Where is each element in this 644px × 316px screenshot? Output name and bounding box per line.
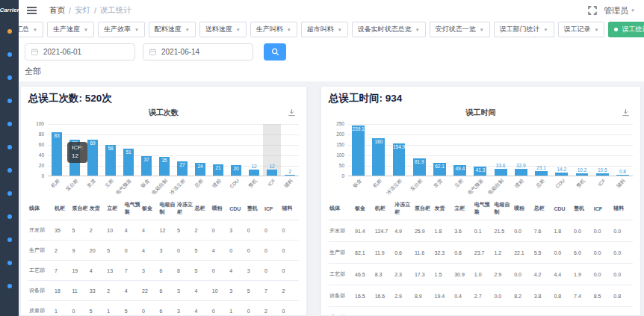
table-cell: 13 [106, 261, 123, 281]
sidebar-menu-item[interactable] [0, 228, 19, 251]
tab-误工记录[interactable]: 误工记录▼ [558, 22, 605, 37]
bar-辅料[interactable]: 0.8 [616, 175, 629, 176]
bar-钣金[interactable]: 239.1 [352, 126, 365, 176]
chevron-down-icon: ▼ [415, 28, 420, 32]
search-button[interactable] [264, 43, 286, 61]
table-head: 线体机柜泵台柜发货立柜电气预装钣金电箱自制冷冻立柜总柜喷粉CDU整机ICF辅料 [28, 197, 299, 220]
tab-误工部门统计[interactable]: 误工部门统计▼ [494, 22, 554, 37]
fullscreen-icon[interactable] [588, 6, 597, 15]
sidebar-menu-item[interactable] [0, 182, 19, 205]
sidebar-menu-item[interactable] [0, 158, 19, 182]
table-cell: 82.1 [354, 242, 374, 264]
table-row: 设备部16.516.62.98.919.40.42.70.08.23.80.87… [329, 285, 633, 307]
x-tick-label: CDU [229, 178, 240, 189]
y-tick-label: 40 [39, 152, 44, 158]
table-cell: 0.1 [474, 220, 494, 242]
tab-安灯状态一览[interactable]: 安灯状态一览▼ [430, 22, 490, 37]
user-menu[interactable]: 管理员 ▼ [604, 5, 635, 16]
tab-误工统计[interactable]: 误工统计▼ [608, 22, 644, 37]
sidebar-menu-item[interactable] [0, 274, 19, 297]
bar-机柜[interactable]: 83 [52, 132, 63, 176]
bar-立柜[interactable]: 49.4 [453, 165, 466, 176]
table-cell: 2 [106, 281, 123, 301]
bar-泵台柜[interactable]: 81.9 [413, 158, 426, 176]
table-cell: 工艺部 [329, 264, 354, 285]
sidebar-menu-item[interactable] [0, 19, 19, 43]
bar-总柜[interactable]: 24 [195, 163, 206, 176]
table-cell: 0.0 [513, 264, 533, 285]
tab-设备实时状态总览[interactable]: 设备实时状态总览▼ [352, 22, 426, 37]
table-cell: 1.0 [474, 264, 494, 285]
bar-整机[interactable]: 10.2 [576, 173, 589, 176]
tab-生产效率[interactable]: 生产效率▼ [98, 22, 145, 37]
sidebar-menu-item[interactable] [0, 112, 19, 135]
bar-立柜[interactable]: 58 [105, 145, 117, 176]
x-axis: 机柜泵台柜发货立柜电气预装钣金电箱自制冷冻立柜总柜喷粉CDU整机ICF辅料 [48, 176, 299, 195]
table-body: 开发部91.4124.74.925.91.83.60.121.50.07.61.… [329, 220, 633, 316]
tab-生产速度[interactable]: 生产速度▼ [47, 22, 94, 37]
menu-dot-icon [7, 145, 12, 149]
bar-钣金[interactable]: 37 [141, 156, 152, 176]
bar-slot: 12 [263, 124, 281, 176]
table-row: 开发部91.4124.74.925.91.83.60.121.50.07.61.… [329, 220, 633, 242]
bar-CDU[interactable]: 20 [231, 165, 242, 176]
end-date-input[interactable]: 2021-06-14 [143, 43, 253, 61]
table-cell: 11.6 [414, 242, 434, 264]
sidebar-menu-item[interactable] [0, 89, 19, 112]
bar-整机[interactable]: 12 [249, 170, 260, 176]
table-cell: 0.2 [374, 307, 394, 316]
table-cell: 46.5 [354, 264, 374, 285]
sidebar-menu-item[interactable] [0, 66, 19, 89]
bar-冷冻立柜[interactable]: 27 [177, 161, 188, 176]
bar-总柜[interactable]: 23.1 [535, 171, 548, 176]
tab-配料速度[interactable]: 配料速度▼ [149, 22, 196, 37]
bar-CDU[interactable]: 14.2 [555, 173, 568, 176]
x-tick-label: ICF [597, 178, 606, 187]
bar-value-label: 20 [233, 166, 238, 171]
sidebar-menu-item[interactable] [0, 205, 19, 228]
breadcrumb-separator: / [69, 6, 71, 15]
start-date-input[interactable]: 2021-06-01 [25, 43, 135, 61]
sidebar-menu-item[interactable] [0, 135, 19, 158]
search-icon [271, 48, 279, 56]
y-axis: 020406080100 [28, 124, 48, 176]
bar-发货[interactable]: 69 [87, 140, 99, 176]
calendar-icon [31, 49, 38, 55]
bar-喷粉[interactable]: 21 [213, 164, 224, 176]
sidebar-menu-item[interactable] [0, 43, 19, 66]
bar-机柜[interactable]: 180 [372, 138, 385, 176]
table-cell: 0.0 [553, 242, 573, 264]
x-tick-label: 钣金 [351, 178, 363, 190]
tab-生产叫料[interactable]: 生产叫料▼ [250, 22, 297, 37]
table-cell: 4 [124, 281, 141, 301]
table-row: 生产部292050430540000 [28, 241, 299, 261]
tab-送料速度[interactable]: 送料速度▼ [199, 22, 247, 37]
bar-电箱自制[interactable]: 35 [159, 157, 170, 176]
bar-ICF[interactable]: 12 [267, 170, 278, 176]
bar-发货[interactable]: 62.1 [433, 163, 446, 176]
main-area: 首页 / 安灯 / 误工统计 管理员 ▼ 汇总▼生产速度▼生产效率▼配料速度▼送… [19, 0, 644, 316]
download-chart-icon[interactable] [288, 108, 296, 117]
bar-电箱自制[interactable]: 33.6 [495, 169, 507, 176]
download-chart-icon[interactable] [622, 108, 630, 117]
sidebar-toggle-icon[interactable] [25, 4, 39, 16]
scope-select[interactable]: 全部 [25, 61, 638, 80]
bar-喷粉[interactable]: 32.9 [515, 169, 527, 176]
tab-超市叫料[interactable]: 超市叫料▼ [301, 22, 348, 37]
bar-value-label: 14.2 [557, 167, 566, 172]
tab-bar: 汇总▼生产速度▼生产效率▼配料速度▼送料速度▼生产叫料▼超市叫料▼设备实时状态总… [10, 21, 644, 39]
table-cell: 2.9 [394, 285, 414, 307]
x-tick-label: 整机 [575, 178, 587, 190]
x-tick: 发货 [84, 176, 102, 195]
x-tick-label: 喷粉 [514, 178, 526, 190]
bar-ICF[interactable]: 10.5 [596, 173, 609, 176]
sidebar: Carrier [0, 0, 19, 316]
x-axis: 钣金机柜冷冻立柜泵台柜发货立柜电气预装电箱自制喷粉总柜CDU整机ICF辅料 [348, 176, 633, 195]
bar-电气预装[interactable]: 41.3 [474, 167, 486, 176]
bar-电气预装[interactable]: 51 [123, 149, 134, 176]
sidebar-menu-item[interactable] [0, 251, 19, 274]
bar-冷冻立柜[interactable]: 154.9 [393, 143, 406, 176]
breadcrumb-home[interactable]: 首页 [49, 5, 65, 16]
bar-辅料[interactable]: 2 [285, 175, 296, 176]
chevron-down-icon: ▼ [84, 28, 88, 32]
